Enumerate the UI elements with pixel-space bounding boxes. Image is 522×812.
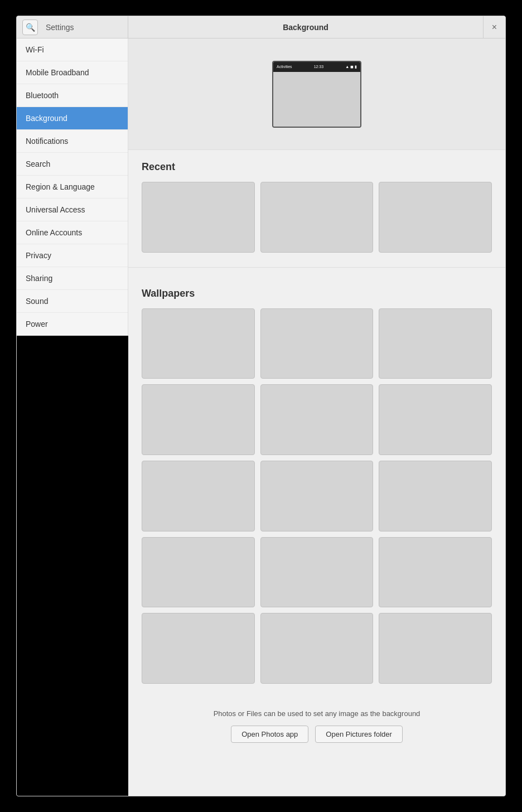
wallpaper-thumb-8[interactable] xyxy=(260,461,374,531)
sidebar-item-online-accounts[interactable]: Online Accounts xyxy=(17,221,128,244)
recent-title: Recent xyxy=(142,161,492,173)
statusbar-left: Activities xyxy=(277,65,292,69)
wallpaper-thumb-1[interactable] xyxy=(142,308,255,379)
footer-area: Photos or Files can be used to set any i… xyxy=(128,698,505,754)
wallpaper-thumb-2[interactable] xyxy=(260,308,374,379)
titlebar: 🔍 Settings Background × xyxy=(17,16,505,38)
wallpaper-thumb-6[interactable] xyxy=(379,384,492,455)
sidebar-item-power[interactable]: Power xyxy=(17,313,128,336)
wallpapers-grid-row3 xyxy=(142,461,492,531)
preview-area: Activities 12:33 ▲ ◼ ▮ xyxy=(128,38,505,150)
main-content: Activities 12:33 ▲ ◼ ▮ Recent xyxy=(128,38,505,796)
sidebar-item-bluetooth[interactable]: Bluetooth xyxy=(17,84,128,107)
phone-preview: Activities 12:33 ▲ ◼ ▮ xyxy=(272,61,361,128)
statusbar-icons: ▲ ◼ ▮ xyxy=(345,65,357,69)
phone-screen xyxy=(273,72,360,127)
wallpapers-section: Wallpapers xyxy=(128,277,505,698)
titlebar-title: Background xyxy=(283,23,328,32)
wallpaper-thumb-13[interactable] xyxy=(142,613,255,684)
recent-thumb-1[interactable] xyxy=(142,182,255,253)
sidebar-item-background[interactable]: Background xyxy=(17,107,128,130)
recent-section: Recent xyxy=(128,150,505,267)
titlebar-title-area: Background xyxy=(128,23,483,32)
wallpaper-thumb-11[interactable] xyxy=(260,537,374,608)
sidebar-item-wifi[interactable]: Wi-Fi xyxy=(17,38,128,61)
search-button[interactable]: 🔍 xyxy=(22,20,38,35)
wallpaper-thumb-5[interactable] xyxy=(260,384,374,455)
sidebar-item-sharing[interactable]: Sharing xyxy=(17,267,128,290)
wallpaper-thumb-9[interactable] xyxy=(379,461,492,531)
footer-description: Photos or Files can be used to set any i… xyxy=(214,709,420,718)
wallpapers-grid-row4 xyxy=(142,537,492,608)
close-button[interactable]: × xyxy=(483,16,505,38)
wallpapers-grid-row5 xyxy=(142,613,492,684)
sidebar-bottom xyxy=(17,336,128,796)
recent-grid xyxy=(142,182,492,253)
recent-thumb-3[interactable] xyxy=(379,182,492,253)
statusbar-time: 12:33 xyxy=(314,65,324,69)
wallpapers-title: Wallpapers xyxy=(142,288,492,299)
app-window: 🔍 Settings Background × Wi-Fi Mobile Bro… xyxy=(16,16,506,796)
wallpaper-thumb-4[interactable] xyxy=(142,384,255,455)
phone-statusbar: Activities 12:33 ▲ ◼ ▮ xyxy=(273,62,360,72)
sidebar-wrapper: Wi-Fi Mobile Broadband Bluetooth Backgro… xyxy=(17,38,128,796)
wallpaper-thumb-15[interactable] xyxy=(379,613,492,684)
wallpapers-grid-row2 xyxy=(142,384,492,455)
section-divider xyxy=(128,267,505,268)
sidebar-item-universal-access[interactable]: Universal Access xyxy=(17,199,128,221)
sidebar-item-sound[interactable]: Sound xyxy=(17,290,128,313)
settings-label: Settings xyxy=(46,23,74,32)
sidebar-item-search[interactable]: Search xyxy=(17,153,128,176)
wallpaper-thumb-3[interactable] xyxy=(379,308,492,379)
wallpaper-thumb-14[interactable] xyxy=(260,613,374,684)
open-photos-button[interactable]: Open Photos app xyxy=(231,726,308,743)
footer-buttons: Open Photos app Open Pictures folder xyxy=(231,726,403,743)
wallpaper-thumb-10[interactable] xyxy=(142,537,255,608)
wallpaper-thumb-12[interactable] xyxy=(379,537,492,608)
sidebar: Wi-Fi Mobile Broadband Bluetooth Backgro… xyxy=(17,38,128,336)
app-body: Wi-Fi Mobile Broadband Bluetooth Backgro… xyxy=(17,38,505,796)
wallpaper-thumb-7[interactable] xyxy=(142,461,255,531)
sidebar-item-privacy[interactable]: Privacy xyxy=(17,244,128,267)
sidebar-item-region-language[interactable]: Region & Language xyxy=(17,176,128,199)
open-pictures-button[interactable]: Open Pictures folder xyxy=(315,726,403,743)
wallpapers-grid-row1 xyxy=(142,308,492,379)
search-icon: 🔍 xyxy=(26,23,35,32)
titlebar-search-area: 🔍 Settings xyxy=(17,16,128,38)
sidebar-item-notifications[interactable]: Notifications xyxy=(17,130,128,153)
recent-thumb-2[interactable] xyxy=(260,182,374,253)
sidebar-item-mobile-broadband[interactable]: Mobile Broadband xyxy=(17,61,128,84)
